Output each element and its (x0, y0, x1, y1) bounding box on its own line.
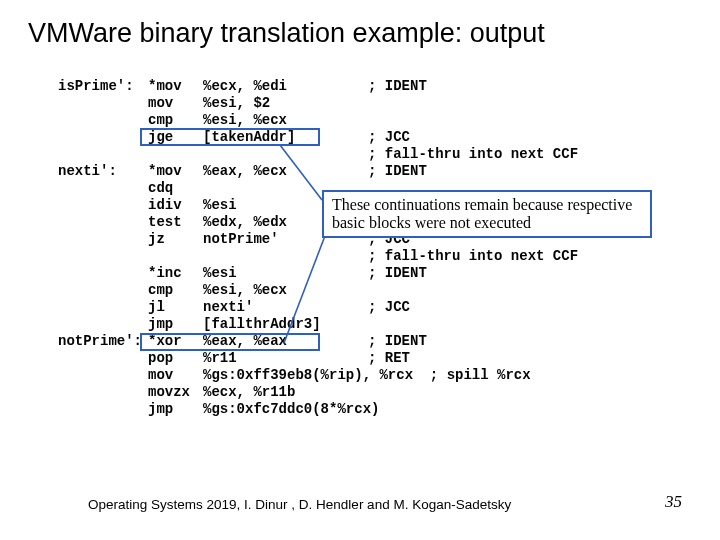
highlight-box-jmp (140, 333, 320, 351)
code-row: jmp%gs:0xfc7ddc0(8*%rcx) (58, 401, 578, 418)
code-row: mov%gs:0xff39eb8(%rip), %rcx ; spill %rc… (58, 367, 578, 384)
footer-text: Operating Systems 2019, I. Dinur , D. He… (88, 497, 511, 512)
code-row: nexti':*mov%eax, %ecx; IDENT (58, 163, 578, 180)
page-number: 35 (665, 492, 682, 512)
code-row: *inc%esi; IDENT (58, 265, 578, 282)
callout-text: These continuations remain because respe… (332, 196, 632, 231)
code-row: mov%esi, $2 (58, 95, 578, 112)
highlight-box-jge (140, 128, 320, 146)
code-row: movzx%ecx, %r11b (58, 384, 578, 401)
code-row: pop%r11; RET (58, 350, 578, 367)
code-row: isPrime':*mov%ecx, %edi; IDENT (58, 78, 578, 95)
code-row: cmp%esi, %ecx (58, 282, 578, 299)
code-row: jlnexti'; JCC (58, 299, 578, 316)
code-row: jmp[fallthrAddr3] (58, 316, 578, 333)
callout-box: These continuations remain because respe… (322, 190, 652, 238)
code-row: ; fall-thru into next CCF (58, 146, 578, 163)
slide-title: VMWare binary translation example: outpu… (28, 18, 545, 49)
code-row: cmp%esi, %ecx (58, 112, 578, 129)
code-row: ; fall-thru into next CCF (58, 248, 578, 265)
